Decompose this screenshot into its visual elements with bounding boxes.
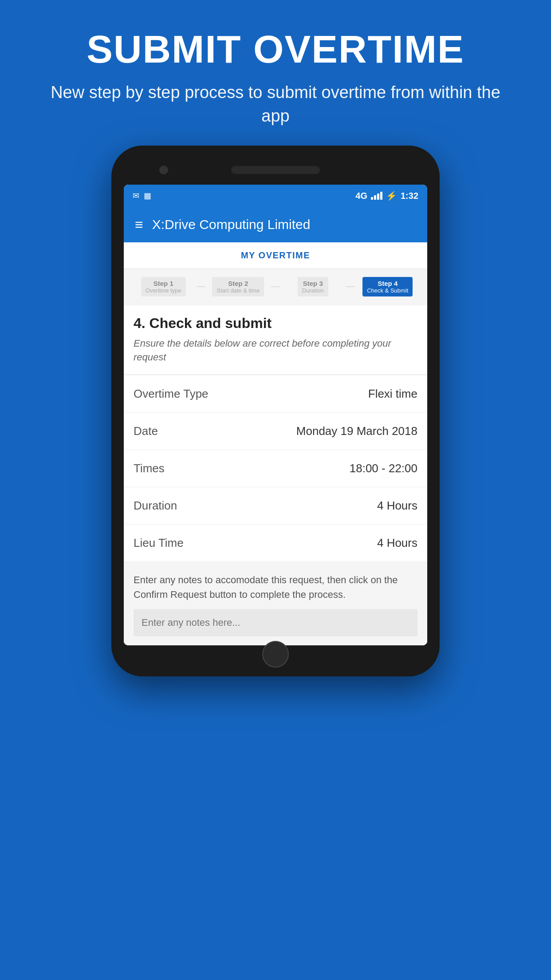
date-value: Monday 19 March 2018 [296, 424, 417, 438]
hamburger-menu-icon[interactable]: ≡ [135, 217, 143, 233]
date-row: Date Monday 19 March 2018 [124, 413, 427, 450]
page-title: SUBMIT OVERTIME [35, 27, 516, 72]
phone-bottom [124, 645, 427, 663]
step-card-title: 4. Check and submit [134, 315, 417, 332]
home-button[interactable] [262, 641, 289, 668]
times-label: Times [134, 462, 165, 475]
step-card: 4. Check and submit Ensure the details b… [124, 305, 427, 375]
step-1-sublabel: Overtime type [146, 287, 181, 294]
content-area: MY OVERTIME Step 1 Overtime type Step 2 … [124, 242, 427, 645]
overtime-type-row: Overtime Type Flexi time [124, 375, 427, 413]
times-row: Times 18:00 - 22:00 [124, 450, 427, 487]
section-header: MY OVERTIME [124, 242, 427, 269]
phone-shell: ✉ ▦ 4G ⚡ 1:32 ≡ X:Drive Computing Limite… [111, 146, 440, 676]
step-4-box: Step 4 Check & Submit [362, 277, 413, 296]
phone-camera [159, 166, 168, 174]
step-3-sublabel: Duration [302, 287, 324, 294]
step-1-label: Step 1 [146, 280, 181, 287]
step-connector-3 [346, 286, 355, 287]
lieu-time-row: Lieu Time 4 Hours [124, 525, 427, 562]
step-3-indicator[interactable]: Step 3 Duration [280, 277, 346, 296]
app-bar-title: X:Drive Computing Limited [152, 217, 311, 232]
signal-bars [371, 192, 382, 200]
step-1-indicator[interactable]: Step 1 Overtime type [130, 277, 197, 296]
status-left-icons: ✉ ▦ [133, 191, 151, 201]
step-2-label: Step 2 [216, 280, 260, 287]
lieu-time-value: 4 Hours [377, 536, 417, 550]
lieu-time-label: Lieu Time [134, 536, 184, 550]
app-bar: ≡ X:Drive Computing Limited [124, 207, 427, 242]
duration-label: Duration [134, 499, 177, 513]
step-2-sublabel: Start date & time [216, 287, 260, 294]
steps-indicator: Step 1 Overtime type Step 2 Start date &… [124, 269, 427, 304]
signal-bar-1 [371, 197, 373, 200]
notes-description-text: Enter any notes to accomodate this reque… [134, 573, 417, 602]
duration-row: Duration 4 Hours [124, 487, 427, 525]
status-bar: ✉ ▦ 4G ⚡ 1:32 [124, 185, 427, 207]
duration-value: 4 Hours [377, 499, 417, 513]
sd-card-icon: ▦ [144, 191, 151, 201]
page-header: SUBMIT OVERTIME New step by step process… [0, 0, 551, 146]
section-header-text: MY OVERTIME [241, 250, 310, 260]
step-4-label: Step 4 [367, 280, 408, 287]
email-status-icon: ✉ [133, 191, 139, 201]
date-label: Date [134, 424, 158, 438]
step-2-box: Step 2 Start date & time [212, 277, 264, 296]
signal-bar-3 [377, 194, 379, 200]
phone-screen: ✉ ▦ 4G ⚡ 1:32 ≡ X:Drive Computing Limite… [124, 185, 427, 645]
page-subtitle: New step by step process to submit overt… [35, 81, 516, 128]
overtime-type-value: Flexi time [368, 387, 417, 401]
phone-top-bar [124, 159, 427, 181]
step-1-box: Step 1 Overtime type [141, 277, 186, 296]
signal-bar-4 [380, 192, 382, 200]
clock-display: 1:32 [401, 191, 418, 201]
battery-icon: ⚡ [386, 190, 397, 201]
signal-strength-label: 4G [355, 191, 367, 201]
step-connector-1 [197, 286, 205, 287]
signal-bar-2 [374, 195, 376, 200]
overtime-type-label: Overtime Type [134, 387, 209, 401]
step-4-indicator[interactable]: Step 4 Check & Submit [355, 277, 421, 296]
phone-speaker [231, 166, 320, 174]
times-value: 18:00 - 22:00 [350, 462, 417, 475]
step-3-label: Step 3 [302, 280, 324, 287]
step-card-description: Ensure the details below are correct bef… [134, 337, 417, 364]
step-2-indicator[interactable]: Step 2 Start date & time [205, 277, 272, 296]
status-right: 4G ⚡ 1:32 [355, 190, 418, 201]
notes-section: Enter any notes to accomodate this reque… [124, 564, 427, 645]
step-4-sublabel: Check & Submit [367, 287, 408, 294]
step-3-box: Step 3 Duration [298, 277, 328, 296]
notes-input[interactable] [134, 609, 417, 636]
step-connector-2 [271, 286, 280, 287]
